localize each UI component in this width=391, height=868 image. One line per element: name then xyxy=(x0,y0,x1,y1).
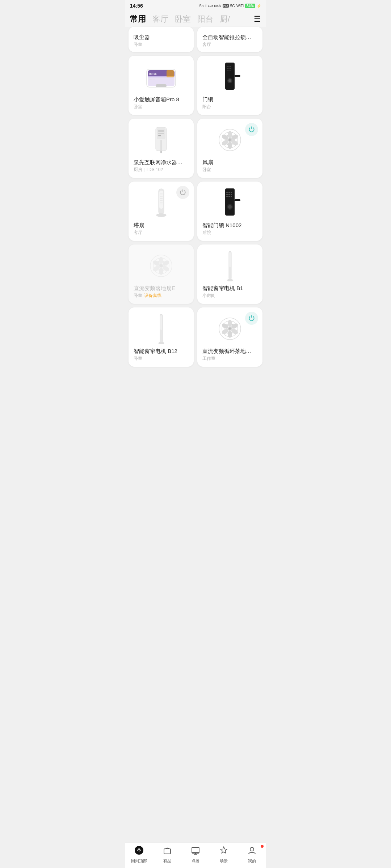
svg-rect-15 xyxy=(230,68,231,69)
svg-rect-26 xyxy=(158,135,161,136)
device-icon-area xyxy=(134,250,189,282)
tab-balcony[interactable]: 阳台 xyxy=(197,14,213,25)
svg-rect-24 xyxy=(158,130,164,132)
svg-rect-7 xyxy=(167,70,174,77)
speaker-icon: 08:16 五 09/25 xyxy=(145,65,177,89)
device-icon-area xyxy=(134,124,189,156)
svg-rect-17 xyxy=(228,70,230,71)
svg-rect-19 xyxy=(235,75,240,77)
device-location: 卧室 xyxy=(134,356,189,362)
device-card-curtain-b12[interactable]: 智能窗帘电机 B12 卧室 xyxy=(129,307,194,367)
svg-rect-52 xyxy=(228,192,230,193)
device-card-speaker[interactable]: 08:16 五 09/25 小爱触屏音箱Pro 8 卧室 xyxy=(129,56,194,115)
status-bar: 14:56 Soul 128 KB/s HD 5G WiFi 84% ⚡ xyxy=(125,0,266,11)
svg-point-39 xyxy=(229,139,231,141)
speed-label: 128 KB/s xyxy=(208,4,221,8)
device-icon-area xyxy=(202,61,257,93)
svg-rect-11 xyxy=(228,66,230,67)
circulate-fan-icon xyxy=(217,316,243,341)
wifi-icon: WiFi xyxy=(236,4,244,8)
device-name: 泉先互联网净水器… xyxy=(134,159,189,166)
device-location: 阳台 xyxy=(202,104,257,110)
svg-rect-28 xyxy=(160,140,162,151)
device-card-fan1[interactable]: 风扇 卧室 xyxy=(197,119,262,178)
device-location: 卧室 xyxy=(134,104,189,110)
status-icons: Soul 128 KB/s HD 5G WiFi 84% ⚡ xyxy=(199,4,261,8)
device-icon-area xyxy=(202,124,257,156)
tab-bedroom[interactable]: 卧室 xyxy=(175,14,191,25)
tab-living[interactable]: 客厅 xyxy=(152,14,168,25)
device-icon-area xyxy=(134,187,189,219)
device-card-doorlock1[interactable]: 门锁 阳台 xyxy=(197,56,262,115)
svg-rect-13 xyxy=(227,68,228,69)
svg-point-62 xyxy=(228,205,232,209)
device-icon-area: 08:16 五 09/25 xyxy=(134,61,189,93)
tab-kitchen[interactable]: 厨/ xyxy=(220,14,230,25)
device-location: 工作室 xyxy=(202,356,257,362)
device-card-smart-lock[interactable]: 智能门锁 N1002 后院 xyxy=(197,182,262,241)
svg-point-35 xyxy=(228,142,232,149)
device-icon-area xyxy=(202,250,257,282)
soul-icon: Soul xyxy=(199,4,206,8)
device-name: 全自动智能推拉锁… xyxy=(202,34,257,41)
svg-text:五: 五 xyxy=(149,76,151,78)
svg-rect-60 xyxy=(235,199,240,201)
svg-rect-12 xyxy=(230,66,231,67)
svg-point-69 xyxy=(159,268,163,275)
svg-rect-55 xyxy=(228,194,230,195)
curtain-motor-b12-icon xyxy=(157,314,166,344)
svg-rect-18 xyxy=(230,70,231,71)
svg-rect-54 xyxy=(226,194,228,195)
devices-grid: 08:16 五 09/25 小爱触屏音箱Pro 8 卧室 xyxy=(125,54,266,370)
device-name: 小爱触屏音箱Pro 8 xyxy=(134,96,189,103)
svg-rect-25 xyxy=(158,133,164,134)
tower-fan-icon xyxy=(155,188,168,218)
svg-rect-9 xyxy=(225,63,235,90)
charging-icon: ⚡ xyxy=(257,4,261,8)
offline-label: 设备离线 xyxy=(144,293,161,298)
nav-tabs: 常用 客厅 卧室 阳台 厨/ ☰ xyxy=(125,11,266,27)
svg-text:09/25: 09/25 xyxy=(149,78,155,81)
battery-indicator: 84% xyxy=(245,4,255,8)
svg-rect-58 xyxy=(228,196,230,197)
device-name: 直流变频落地扇E xyxy=(134,285,189,292)
device-location: 卧室 xyxy=(202,167,257,173)
svg-point-82 xyxy=(228,320,232,327)
device-location: 后院 xyxy=(202,230,257,236)
svg-rect-16 xyxy=(227,70,228,71)
device-card-water[interactable]: 泉先互联网净水器… 厨房 | TDS 102 xyxy=(129,119,194,178)
device-card-circulate-fan[interactable]: 直流变频循环落地… 工作室 xyxy=(197,307,262,367)
svg-point-66 xyxy=(159,257,163,264)
fan-icon xyxy=(217,127,243,153)
device-location: 卧室 设备离线 xyxy=(134,293,189,299)
device-card-curtain-b1[interactable]: 智能窗帘电机 B1 小房间 xyxy=(197,244,262,304)
svg-rect-77 xyxy=(160,315,162,330)
partial-cards-row: 吸尘器 卧室 全自动智能推拉锁… 客厅 xyxy=(125,27,266,54)
device-card-tower-fan[interactable]: 塔扇 客厅 xyxy=(129,182,194,241)
svg-rect-57 xyxy=(226,196,228,197)
device-name: 塔扇 xyxy=(134,222,189,229)
partial-card-lock[interactable]: 全自动智能推拉锁… 客厅 xyxy=(197,27,262,52)
partial-card-vacuum[interactable]: 吸尘器 卧室 xyxy=(129,27,194,52)
device-name: 吸尘器 xyxy=(134,34,189,41)
svg-point-75 xyxy=(227,279,233,281)
menu-icon[interactable]: ☰ xyxy=(254,14,261,24)
device-name: 风扇 xyxy=(202,159,257,166)
smart-lock-icon xyxy=(217,187,243,219)
svg-rect-59 xyxy=(231,196,232,197)
fan-offline-icon xyxy=(148,253,174,278)
device-location: 厨房 | TDS 102 xyxy=(134,167,189,173)
hd-icon: HD xyxy=(223,4,229,8)
svg-point-32 xyxy=(228,131,232,138)
tab-common[interactable]: 常用 xyxy=(130,14,146,25)
svg-point-49 xyxy=(156,213,166,217)
svg-rect-14 xyxy=(228,68,230,69)
svg-text:08:16: 08:16 xyxy=(149,72,157,76)
device-location: 客厅 xyxy=(134,230,189,236)
signal-icon: 5G xyxy=(230,4,235,8)
svg-point-85 xyxy=(228,331,232,338)
svg-rect-74 xyxy=(229,252,231,267)
device-card-floor-fan-offline[interactable]: 直流变频落地扇E 卧室 设备离线 xyxy=(129,244,194,304)
svg-point-89 xyxy=(229,328,231,329)
svg-rect-10 xyxy=(227,66,228,67)
